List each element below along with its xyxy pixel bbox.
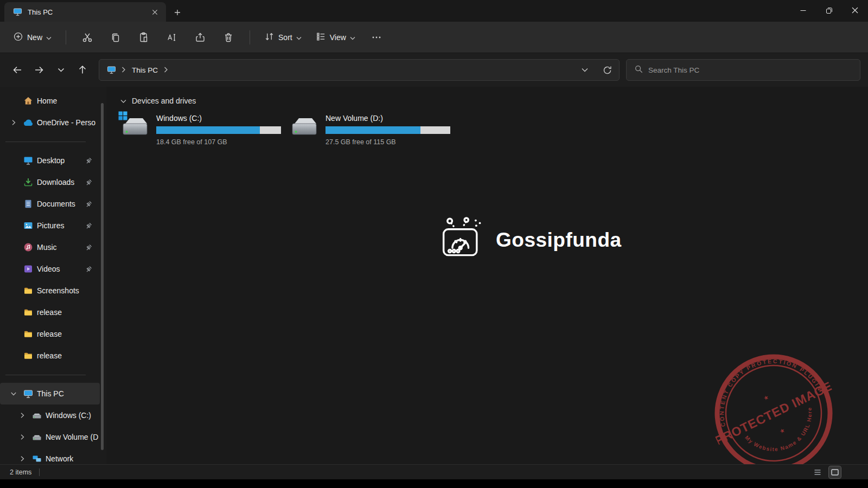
window-body: Home OneDrive - Perso Desktop — [0, 87, 868, 464]
onedrive-cloud-icon — [23, 117, 34, 128]
chevron-right-icon[interactable] — [16, 453, 28, 464]
toolbar-separator — [66, 30, 66, 44]
view-button[interactable]: View — [311, 27, 360, 48]
delete-button[interactable] — [217, 27, 240, 48]
folder-icon — [23, 285, 34, 296]
view-switcher — [812, 466, 858, 478]
sidebar-item-downloads[interactable]: Downloads — [0, 171, 100, 193]
chevron-slot — [8, 306, 20, 318]
more-options-button[interactable] — [365, 27, 388, 48]
sidebar-item-music[interactable]: Music — [0, 236, 100, 258]
windows-logo-badge — [118, 111, 127, 123]
this-pc-icon — [23, 388, 34, 399]
pin-icon — [85, 179, 92, 186]
statusbar: 2 items — [0, 464, 868, 479]
address-dropdown-button[interactable] — [576, 61, 593, 79]
sort-button[interactable]: Sort — [260, 27, 306, 48]
sidebar-item-pictures[interactable]: Pictures — [0, 215, 100, 236]
breadcrumb-this-pc[interactable]: This PC — [131, 65, 159, 75]
tab-close-icon[interactable] — [148, 5, 162, 19]
close-button[interactable] — [842, 0, 868, 21]
chevron-slot — [8, 350, 20, 362]
devices-and-drives-header[interactable]: Devices and drives — [120, 97, 868, 105]
sidebar-item-home[interactable]: Home — [0, 90, 100, 112]
search-input[interactable] — [648, 66, 852, 74]
share-button[interactable] — [189, 27, 212, 48]
drive-icon — [290, 115, 319, 146]
section-title: Devices and drives — [132, 97, 196, 105]
protected-image-watermark: CONTENT COPY PROTECTION PLUGIN My Websit… — [690, 329, 858, 464]
folder-icon — [23, 307, 34, 318]
chevron-slot — [8, 95, 20, 107]
chevron-slot — [8, 220, 20, 232]
folder-icon — [23, 350, 34, 361]
copy-button[interactable] — [104, 27, 127, 48]
window-controls — [790, 0, 868, 21]
tab-this-pc[interactable]: This PC — [4, 2, 166, 22]
search-box[interactable] — [626, 59, 860, 81]
back-button[interactable] — [8, 61, 27, 79]
collapse-chevron-icon — [120, 97, 126, 105]
sidebar-item-onedrive[interactable]: OneDrive - Perso — [0, 112, 100, 133]
sidebar-scrollbar[interactable] — [101, 103, 104, 450]
chevron-slot — [8, 328, 20, 340]
sidebar-item-videos[interactable]: Videos — [0, 258, 100, 280]
status-separator — [39, 468, 40, 476]
new-tab-button[interactable] — [170, 5, 184, 20]
new-button[interactable]: New — [9, 27, 56, 48]
sidebar-item-network[interactable]: Network — [0, 448, 100, 464]
drive-tile-windows-c[interactable]: Windows (C:) 18.4 GB free of 107 GB — [120, 114, 282, 146]
content-pane: Devices and drives — [106, 87, 868, 464]
plus-circle-icon — [13, 31, 23, 43]
chevron-slot — [8, 176, 20, 188]
sidebar-item-release[interactable]: release — [0, 301, 100, 323]
folder-icon — [23, 329, 34, 339]
chevron-slot — [8, 241, 20, 253]
pictures-icon — [23, 220, 34, 231]
chevron-right-icon[interactable] — [16, 409, 28, 421]
tab-title: This PC — [28, 8, 143, 16]
restore-button[interactable] — [816, 0, 842, 21]
address-bar[interactable]: This PC — [99, 59, 620, 81]
chevron-right-icon[interactable] — [16, 431, 28, 443]
paste-button[interactable] — [132, 27, 155, 48]
drive-name: New Volume (D:) — [326, 114, 450, 123]
sidebar-item-new-volume-d[interactable]: New Volume (D — [0, 426, 100, 448]
drive-tile-new-volume-d[interactable]: New Volume (D:) 27.5 GB free of 115 GB — [290, 114, 451, 146]
chevron-down-icon — [350, 33, 355, 42]
sidebar-item-release[interactable]: release — [0, 345, 100, 367]
network-icon — [31, 453, 42, 464]
sidebar-item-desktop[interactable]: Desktop — [0, 150, 100, 171]
downloads-icon — [23, 177, 34, 188]
breadcrumb-chevron-icon — [164, 66, 168, 74]
recent-locations-button[interactable] — [51, 61, 71, 79]
up-button[interactable] — [73, 61, 92, 79]
toolbar-separator — [250, 30, 250, 44]
chevron-down-icon — [46, 33, 52, 42]
breadcrumb-chevron-icon — [122, 66, 126, 74]
capacity-bar — [156, 126, 281, 134]
sidebar-item-release[interactable]: release — [0, 323, 100, 345]
chevron-right-icon[interactable] — [8, 117, 20, 129]
forward-button[interactable] — [29, 61, 49, 79]
large-icons-view-button[interactable] — [829, 466, 841, 478]
chevron-slot — [8, 155, 20, 166]
sidebar-item-this-pc[interactable]: This PC — [0, 383, 100, 404]
refresh-button[interactable] — [598, 61, 616, 79]
chevron-slot — [8, 285, 20, 297]
pin-icon — [85, 222, 92, 229]
chevron-down-icon — [296, 33, 302, 42]
sidebar-item-windows-c[interactable]: Windows (C:) — [0, 404, 100, 426]
rename-button[interactable] — [161, 27, 183, 48]
svg-text:★: ★ — [778, 427, 786, 435]
gossipfunda-logo: Gossipfunda — [438, 216, 622, 265]
drive-icon — [31, 432, 42, 442]
titlebar: This PC — [0, 0, 868, 22]
sidebar-item-documents[interactable]: Documents — [0, 193, 100, 215]
minimize-button[interactable] — [790, 0, 816, 21]
desktop-icon — [23, 155, 34, 166]
cut-button[interactable] — [76, 27, 99, 48]
sidebar-item-screenshots[interactable]: Screenshots — [0, 280, 100, 301]
chevron-down-icon[interactable] — [8, 388, 20, 400]
details-view-button[interactable] — [812, 466, 824, 478]
